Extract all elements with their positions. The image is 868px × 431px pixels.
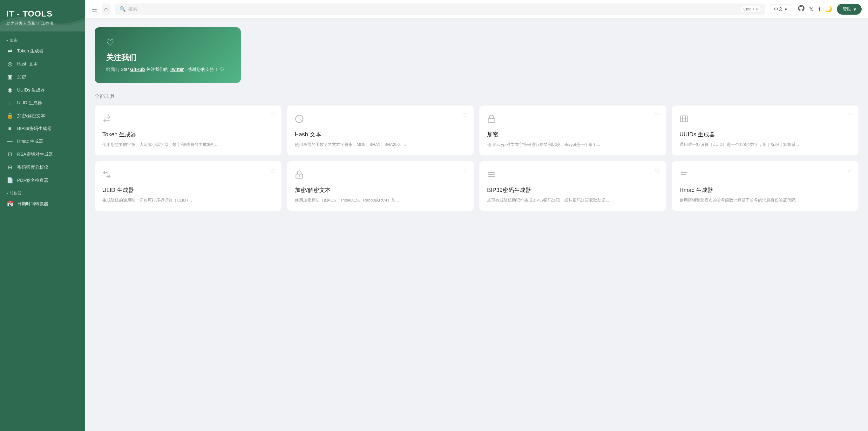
topbar: ☰ ⌂ 🔍 搜索 Cmd + K 中文 ▾ 𝕏 ℹ 🌙 赞助 ♥: [85, 0, 868, 19]
search-bar[interactable]: 🔍 搜索 Cmd + K: [115, 3, 765, 15]
nav-section-converter[interactable]: ▾ 转换器: [0, 187, 85, 197]
svg-text:9: 9: [107, 172, 108, 174]
dark-mode-icon[interactable]: 🌙: [825, 5, 832, 13]
bip39-icon: ≡: [6, 126, 13, 132]
encrypt-icon: 🔒: [6, 113, 13, 119]
card-title-uuid-generator: UUIDs 生成器: [680, 131, 851, 138]
tool-card-uuid-generator[interactable]: ♡ UUIDs 生成器 通用唯一标识符（UUID）是一个128位数字，用于标识计…: [672, 105, 859, 155]
svg-point-7: [299, 176, 299, 176]
support-label: 赞助: [843, 6, 851, 12]
calendar-icon: 📅: [6, 201, 13, 207]
shuffle-icon: ⇄: [6, 48, 13, 54]
sidebar-item-hmac-gen[interactable]: — Hmac 生成器: [0, 135, 85, 148]
sidebar-item-encrypt[interactable]: ▣ 加密: [0, 70, 85, 84]
sidebar-item-pdf-sign[interactable]: 📄 PDF签名检查器: [0, 174, 85, 187]
info-icon[interactable]: ℹ: [818, 5, 820, 13]
card-title-hmac-generator: Hmac 生成器: [680, 186, 851, 194]
favorite-icon-uuid-generator[interactable]: ♡: [847, 112, 852, 119]
sidebar-item-token-gen[interactable]: ⇄ Token 生成器: [0, 44, 85, 58]
card-desc-token-generator: 使用您想要的字符、大写或小写字母、数字和/或符号生成随机...: [102, 142, 274, 148]
sidebar-item-hash-text[interactable]: ◎ Hash 文本: [0, 58, 85, 70]
card-desc-hash-text: 使用所需的函数哈希文本字符串：MD5、SHA1、SHA256、...: [295, 142, 466, 148]
sidebar-header: IT - TOOLS 助力开发人员和 IT 工作者: [0, 0, 85, 31]
tool-card-hmac-generator[interactable]: ♡ Hmac 生成器 使用密钥和您喜欢的哈希函数计算基于哈希的消息身份验证代码.…: [672, 161, 859, 211]
sidebar-nav: ▾ 加密 ⇄ Token 生成器 ◎ Hash 文本 ▣ 加密 ◉ UUIDs …: [0, 31, 85, 431]
favorite-icon-hash-text[interactable]: ♡: [462, 112, 467, 119]
hash-icon: ◎: [6, 61, 13, 67]
svg-rect-2: [488, 119, 495, 123]
support-button[interactable]: 赞助 ♥: [837, 4, 862, 14]
card-icon-hmac-generator: [680, 170, 851, 181]
promo-title: 关注我们: [106, 53, 229, 63]
tool-grid: ♡ Token 生成器 使用您想要的字符、大写或小写字母、数字和/或符号生成随机…: [95, 105, 859, 211]
favorite-icon-ulid-generator[interactable]: ♡: [270, 167, 275, 175]
twitter-link[interactable]: Twitter: [170, 67, 184, 72]
main-area: ☰ ⌂ 🔍 搜索 Cmd + K 中文 ▾ 𝕏 ℹ 🌙 赞助 ♥ ♡ 关注: [85, 0, 868, 431]
card-title-encrypt-decrypt-text: 加密/解密文本: [295, 186, 466, 194]
card-desc-uuid-generator: 通用唯一标识符（UUID）是一个128位数字，用于标识计算机系...: [680, 142, 851, 148]
svg-text:0: 0: [107, 175, 108, 177]
promo-desc-prefix: 给我们 Star: [106, 67, 130, 72]
tool-card-encrypt[interactable]: ♡ 加密 使用bcrypt对文本字符串进行哈希和比较。Bcrypt是一个基于..…: [479, 105, 666, 155]
card-icon-encrypt-decrypt-text: [295, 170, 466, 181]
card-title-hash-text: Hash 文本: [295, 131, 466, 138]
card-title-token-generator: Token 生成器: [102, 131, 274, 138]
favorite-icon-token-generator[interactable]: ♡: [270, 112, 275, 119]
home-icon[interactable]: ⌂: [102, 3, 111, 14]
hmac-icon: —: [6, 138, 13, 145]
nav-section-encrypt[interactable]: ▾ 加密: [0, 34, 85, 44]
language-selector[interactable]: 中文 ▾: [770, 4, 791, 14]
sidebar-item-bip39[interactable]: ≡ BIP39密码生成器: [0, 122, 85, 135]
promo-thanks-icon: ♡: [220, 67, 224, 72]
sidebar-item-encrypt-decrypt[interactable]: 🔒 加密/解密文本: [0, 109, 85, 122]
sidebar-item-uuid-gen[interactable]: ◉ UUIDs 生成器: [0, 84, 85, 97]
menu-icon[interactable]: ☰: [92, 5, 97, 13]
lock-icon: ▣: [6, 74, 13, 81]
favorite-icon-encrypt-decrypt-text[interactable]: ♡: [462, 167, 467, 175]
pdf-icon: 📄: [6, 177, 13, 184]
favorite-icon-bip39-gen[interactable]: ♡: [655, 167, 660, 175]
card-icon-encrypt: [487, 115, 659, 126]
app-title: IT - TOOLS: [6, 9, 79, 19]
favorite-icon-encrypt[interactable]: ♡: [655, 112, 660, 119]
promo-heart-icon: ♡: [106, 37, 229, 48]
card-icon-hash-text: [295, 115, 466, 126]
card-desc-hmac-generator: 使用密钥和您喜欢的哈希函数计算基于哈希的消息身份验证代码...: [680, 197, 851, 204]
sidebar-item-rsa-gen[interactable]: ⊡ RSA密钥对生成器: [0, 148, 85, 161]
search-shortcut-badge: Cmd + K: [741, 6, 761, 12]
tool-card-encrypt-decrypt-text[interactable]: ♡ 加密/解密文本 使用加密算法（如AES、TripleDES、Rabbit或R…: [287, 161, 474, 211]
tool-card-hash-text[interactable]: ♡ Hash 文本 使用所需的函数哈希文本字符串：MD5、SHA1、SHA256…: [287, 105, 474, 155]
heart-icon: ♥: [854, 7, 856, 12]
card-icon-token-generator: [102, 115, 274, 126]
card-desc-encrypt: 使用bcrypt对文本字符串进行哈希和比较。Bcrypt是一个基于...: [487, 142, 659, 148]
sidebar-item-datetime[interactable]: 📅 日期时间转换器: [0, 197, 85, 210]
promo-desc-suffix: . 感谢您的支持！: [185, 67, 219, 72]
tool-card-ulid-generator[interactable]: 90 ♡ ULID 生成器 生成随机的通用唯一词典可排序标识符（ULID）。: [95, 161, 281, 211]
chevron-down-icon-lang: ▾: [785, 7, 787, 12]
twitter-icon[interactable]: 𝕏: [809, 6, 814, 13]
github-link[interactable]: GitHub: [130, 67, 145, 72]
topbar-icons: 𝕏 ℹ 🌙: [798, 5, 832, 13]
content-area: ♡ 关注我们 给我们 Star GitHub 关注我们的 Twitter . 感…: [85, 19, 868, 431]
search-icon: 🔍: [120, 6, 126, 12]
svg-line-1: [297, 116, 302, 121]
search-placeholder-text: 搜索: [128, 6, 738, 12]
github-icon[interactable]: [798, 5, 804, 13]
favorite-icon-hmac-generator[interactable]: ♡: [847, 167, 852, 175]
pwd-icon: ⊟: [6, 164, 13, 171]
sidebar-item-pwd-strength[interactable]: ⊟ 密码强度分析仪: [0, 161, 85, 174]
card-icon-uuid-generator: [680, 115, 851, 126]
card-title-encrypt: 加密: [487, 131, 659, 138]
promo-desc-middle: 关注我们的: [146, 67, 170, 72]
tools-section-heading: 全部工具: [95, 93, 859, 100]
sidebar: IT - TOOLS 助力开发人员和 IT 工作者 ▾ 加密 ⇄ Token 生…: [0, 0, 85, 431]
card-desc-bip39-gen: 从现有或随机助记符生成BIP39密码短语，或从密码短语获取助记...: [487, 197, 659, 204]
card-title-bip39-gen: BIP39密码生成器: [487, 186, 659, 194]
rsa-icon: ⊡: [6, 151, 13, 158]
tool-card-bip39-gen[interactable]: ♡ BIP39密码生成器 从现有或随机助记符生成BIP39密码短语，或从密码短语…: [479, 161, 666, 211]
card-title-ulid-generator: ULID 生成器: [102, 186, 274, 194]
app-subtitle: 助力开发人员和 IT 工作者: [6, 21, 79, 26]
sidebar-item-ulid-gen[interactable]: ↕ ULID 生成器: [0, 97, 85, 109]
tool-card-token-generator[interactable]: ♡ Token 生成器 使用您想要的字符、大写或小写字母、数字和/或符号生成随机…: [95, 105, 281, 155]
promo-description: 给我们 Star GitHub 关注我们的 Twitter . 感谢您的支持！ …: [106, 66, 229, 73]
